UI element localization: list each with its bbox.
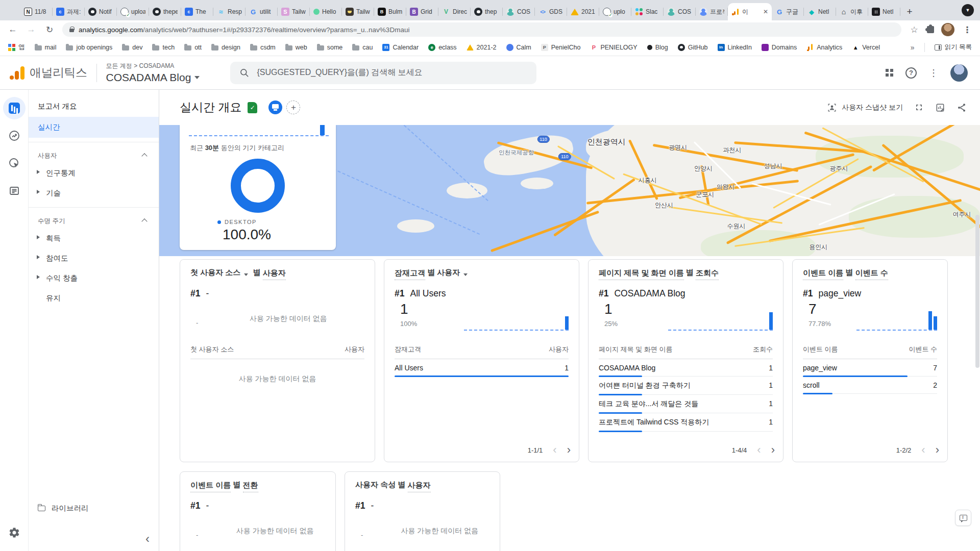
dimension-dropdown-icon[interactable] (244, 273, 248, 276)
bookmark-item[interactable]: 2021-2 (467, 44, 497, 51)
expand-arrow-icon[interactable] (37, 255, 40, 259)
bookmark-item[interactable]: cau (352, 44, 373, 51)
table-row[interactable]: page_view7 (803, 359, 937, 377)
card-title[interactable]: 이벤트 이름 별 이벤트 수 (803, 268, 937, 280)
admin-gear-icon[interactable] (8, 527, 20, 541)
analytics-logo-icon[interactable] (9, 66, 24, 80)
browser-tab[interactable]: ◆Netl (804, 3, 836, 20)
browser-tab[interactable]: 이✕ (728, 3, 772, 20)
share-button[interactable] (957, 103, 967, 113)
table-row[interactable]: 프로젝트에 Tailwind CSS 적용하기1 (599, 413, 773, 432)
browser-tab[interactable]: cThe (181, 3, 213, 20)
account-avatar[interactable] (950, 64, 968, 82)
dimension-dropdown-icon[interactable] (463, 273, 468, 276)
bookmark-item[interactable]: job openings (66, 44, 112, 51)
report-status-icon[interactable]: ✓ (248, 102, 257, 113)
bookmark-item[interactable]: eeclass (428, 44, 456, 51)
nav-reports-snapshot[interactable]: 보고서 개요 (29, 96, 159, 117)
new-tab-button[interactable]: + (902, 5, 917, 19)
prev-page-icon[interactable]: ‹ (921, 444, 925, 456)
expand-arrow-icon[interactable] (37, 170, 40, 174)
table-row[interactable]: 테크 교육 분야...서 깨달은 것들1 (599, 395, 773, 413)
browser-tab[interactable]: Notif (85, 3, 117, 20)
nav-item-수익 창출[interactable]: 수익 창출 (29, 268, 159, 288)
bookmark-item[interactable]: some (317, 44, 343, 51)
browser-tab[interactable]: <>GDS (535, 3, 567, 20)
browser-tab[interactable]: 프로젝 (696, 3, 728, 20)
nav-collapse-icon[interactable]: ‹ (145, 533, 150, 545)
bookmark-item[interactable]: 앱 (8, 43, 25, 52)
browser-tab[interactable]: c과제: (53, 3, 85, 20)
browser-profile-avatar[interactable] (941, 23, 954, 36)
browser-tab[interactable]: BBulm (374, 3, 406, 20)
card-title[interactable]: 이벤트 이름 별 전환 (190, 480, 325, 492)
chevron-up-icon[interactable] (141, 153, 147, 159)
card-title[interactable]: 페이지 제목 및 화면 이름 별 조회수 (599, 268, 773, 280)
bookmarks-overflow-icon[interactable]: » (911, 43, 915, 52)
property-selector[interactable]: COSADAMA Blog (106, 71, 200, 84)
browser-tab[interactable]: thepe (149, 3, 181, 20)
browser-tab[interactable]: BGrid (406, 3, 438, 20)
feedback-button[interactable] (955, 510, 971, 526)
browser-tab[interactable]: 2021 (567, 3, 599, 20)
reload-icon[interactable]: ↻ (44, 24, 55, 35)
reading-list-button[interactable]: 읽기 목록 (935, 43, 972, 52)
browser-tab[interactable]: COS (503, 3, 535, 20)
bookmark-item[interactable]: tech (152, 44, 175, 51)
table-row[interactable]: 어여쁜 터미널 환경 구축하기1 (599, 377, 773, 395)
rail-advertising-icon[interactable] (3, 152, 26, 174)
help-icon[interactable]: ? (905, 67, 917, 79)
bookmark-item[interactable]: mail (35, 44, 57, 51)
more-menu-icon[interactable]: ⋮ (929, 67, 938, 79)
table-row[interactable]: COSADAMA Blog1 (599, 359, 773, 377)
url-input[interactable]: analytics.google.com/analytics/web/?auth… (62, 22, 901, 37)
bookmark-item[interactable]: web (285, 44, 307, 51)
bookmark-item[interactable]: ott (184, 44, 202, 51)
browser-tab[interactable]: ≈Resp (213, 3, 246, 20)
bookmark-item[interactable]: Domains (762, 44, 797, 51)
comparison-chip-icon[interactable] (268, 101, 282, 114)
table-row[interactable]: All Users1 (395, 359, 569, 377)
tab-search-button[interactable]: ▼ (962, 4, 974, 16)
nav-realtime[interactable]: 실시간 (29, 117, 159, 138)
nav-item-유지[interactable]: 유지 (29, 288, 159, 308)
tab-close-icon[interactable]: ✕ (763, 8, 768, 15)
card-title[interactable]: 잠재고객 별 사용자 (395, 268, 569, 280)
browser-tab[interactable]: Tailw (342, 3, 374, 20)
analytics-logo-text[interactable]: 애널리틱스 (30, 65, 87, 81)
forward-icon[interactable]: → (26, 24, 37, 35)
nav-library[interactable]: 라이브러리 (38, 504, 89, 513)
content-scrollbar[interactable] (975, 215, 979, 368)
search-input[interactable]: {SUGGESTED_QUERY}을(를) 검색해 보세요 (230, 62, 536, 84)
prev-page-icon[interactable]: ‹ (757, 444, 761, 456)
nav-item-획득[interactable]: 획득 (29, 229, 159, 248)
browser-menu-icon[interactable]: ⋮ (962, 24, 973, 35)
nav-item-인구통계[interactable]: 인구통계 (29, 163, 159, 183)
bookmark-item[interactable]: design (211, 44, 240, 51)
nav-item-참여도[interactable]: 참여도 (29, 248, 159, 268)
browser-tab[interactable]: Slac (631, 3, 664, 20)
chevron-up-icon[interactable] (141, 218, 147, 224)
browser-tab[interactable]: Netl (868, 3, 900, 20)
browser-tab[interactable]: thep (471, 3, 503, 20)
next-page-icon[interactable]: › (936, 444, 939, 456)
table-row[interactable]: scroll2 (803, 377, 937, 394)
bookmark-star-icon[interactable]: ☆ (909, 24, 920, 35)
bookmark-item[interactable]: PPenielCho (541, 44, 581, 51)
browser-tab[interactable]: G구글 (772, 3, 804, 20)
add-comparison-icon[interactable]: + (286, 101, 300, 114)
browser-tab[interactable]: COS (664, 3, 696, 20)
expand-arrow-icon[interactable] (37, 275, 40, 279)
back-icon[interactable]: ← (7, 24, 18, 35)
browser-tab[interactable]: ⌂이후 (836, 3, 868, 20)
next-page-icon[interactable]: › (567, 444, 571, 456)
bookmark-item[interactable]: Calm (506, 44, 531, 51)
browser-tab[interactable]: N11/8 (20, 3, 53, 20)
diagnostics-grid-icon[interactable] (886, 69, 889, 72)
rail-explore-icon[interactable] (3, 124, 26, 147)
fullscreen-button[interactable] (914, 103, 924, 112)
browser-tab[interactable]: STailw (278, 3, 310, 20)
browser-tab[interactable]: VDirec (438, 3, 471, 20)
browser-tab[interactable]: uploa (117, 3, 149, 20)
card-title[interactable]: 첫 사용자 소스 별 사용자 (190, 268, 364, 280)
